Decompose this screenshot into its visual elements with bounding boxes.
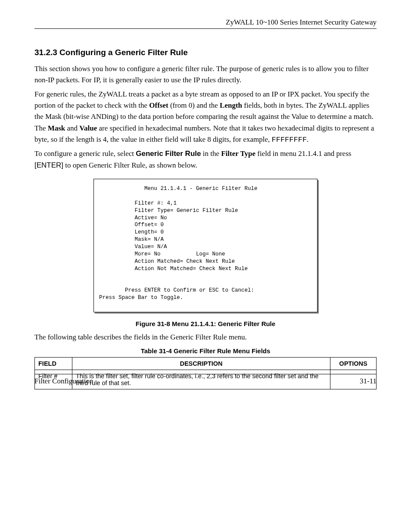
paragraph-2: For generic rules, the ZyWALL treats a p…: [34, 89, 377, 146]
text: field in menu 21.1.4.1 and press: [255, 149, 351, 158]
footer-right: 31-11: [360, 377, 377, 386]
enter-key: [ENTER]: [34, 161, 63, 169]
table-intro: The following table describes the fields…: [34, 332, 377, 343]
text: in the: [201, 149, 221, 158]
bold-mask: Mask: [48, 124, 65, 132]
terminal-container: Menu 21.1.4.1 - Generic Filter Rule Filt…: [93, 179, 318, 312]
term-not-matched: Action Not Matched= Check Next Rule: [99, 266, 248, 272]
bold-offset: Offset: [149, 101, 168, 109]
terminal-screen: Menu 21.1.4.1 - Generic Filter Rule Filt…: [93, 179, 318, 312]
th-field: FIELD: [35, 358, 72, 370]
running-header: ZyWALL 10~100 Series Internet Security G…: [34, 18, 377, 27]
term-filter-num: Filter #: 4,1: [99, 200, 177, 206]
footer-rule: [34, 374, 377, 374]
th-options: OPTIONS: [330, 358, 377, 370]
paragraph-3: To configure a generic rule, select Gene…: [34, 148, 377, 171]
bold-generic-filter-rule: Generic Filter Rule: [136, 149, 201, 158]
section-number: 31.2.3: [34, 48, 57, 57]
bold-value: Value: [79, 124, 97, 132]
term-offset: Offset= 0: [99, 222, 164, 228]
term-more-log: More= No Log= None: [99, 251, 225, 257]
page: ZyWALL 10~100 Series Internet Security G…: [0, 0, 411, 532]
term-filter-type: Filter Type= Generic Filter Rule: [99, 208, 238, 214]
bold-filter-type: Filter Type: [221, 149, 255, 158]
section-heading: 31.2.3 Configuring a Generic Filter Rule: [34, 48, 377, 57]
term-value: Value= N/A: [99, 244, 167, 250]
mono-example: FFFFFFFF: [271, 136, 307, 144]
th-description: DESCRIPTION: [72, 358, 330, 370]
text: (from 0) and the: [168, 101, 220, 109]
text: .: [307, 135, 308, 143]
figure-caption: Figure 31-8 Menu 21.1.4.1: Generic Filte…: [34, 320, 377, 327]
term-confirm: Press ENTER to Confirm or ESC to Cancel:: [99, 287, 254, 293]
term-matched: Action Matched= Check Next Rule: [99, 258, 235, 264]
footer-left: Filter Configuration: [34, 377, 93, 386]
table-header-row: FIELD DESCRIPTION OPTIONS: [35, 358, 377, 370]
header-rule: [34, 28, 377, 29]
bold-length: Length: [220, 101, 242, 109]
term-mask: Mask= N/A: [99, 236, 164, 243]
term-active: Active= No: [99, 215, 167, 221]
term-toggle: Press Space Bar to Toggle.: [99, 295, 183, 301]
text: To configure a generic rule, select: [34, 149, 136, 158]
table-caption: Table 31-4 Generic Filter Rule Menu Fiel…: [34, 347, 377, 355]
paragraph-1: This section shows you how to configure …: [34, 63, 377, 86]
section-title: Configuring a Generic Filter Rule: [59, 48, 188, 57]
text: to open Generic Filter Rule, as shown be…: [63, 161, 197, 169]
term-title: Menu 21.1.4.1 - Generic Filter Rule: [99, 186, 258, 192]
text: and: [65, 124, 79, 132]
footer: Filter Configuration 31-11: [34, 374, 377, 386]
footer-row: Filter Configuration 31-11: [34, 377, 377, 386]
term-length: Length= 0: [99, 229, 164, 235]
